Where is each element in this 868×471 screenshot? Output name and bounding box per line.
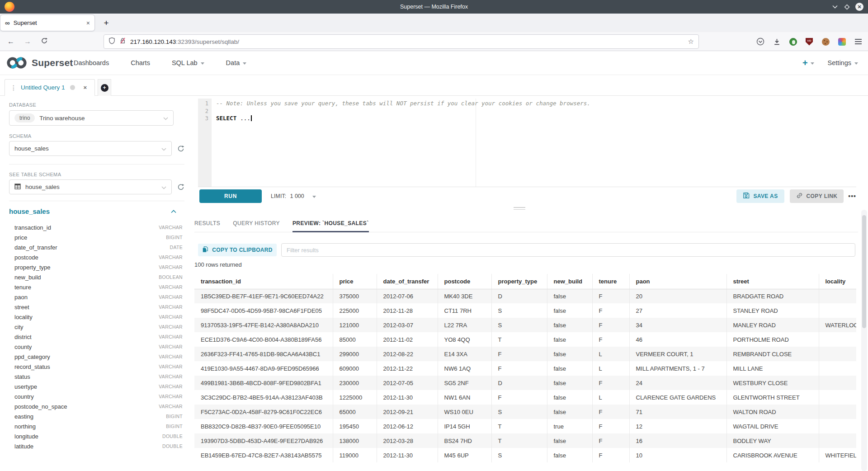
table-header-cell[interactable]: property_type — [491, 274, 547, 289]
chevron-up-icon[interactable] — [171, 210, 176, 213]
schema-column-row[interactable]: city VARCHAR — [9, 322, 184, 332]
cookie-extension-icon[interactable] — [821, 37, 830, 46]
table-header-cell[interactable]: paon — [629, 274, 726, 289]
schema-column-row[interactable]: easting BIGINT — [9, 411, 184, 421]
superset-brand[interactable]: Superset — [6, 51, 73, 75]
window-close-icon[interactable]: ✕ — [855, 3, 863, 11]
new-tab-button[interactable]: + — [99, 15, 114, 31]
copy-to-clipboard-button[interactable]: COPY TO CLIPBOARD — [198, 244, 277, 256]
scrollbar-thumb[interactable] — [862, 215, 866, 328]
schema-column-row[interactable]: transaction_id VARCHAR — [9, 222, 184, 232]
table-cell: CARISBROOK AVENUE — [726, 448, 819, 462]
pane-resize-handle[interactable] — [514, 207, 525, 210]
sql-editor[interactable]: 1 2 3 -- Note: Unless you save your quer… — [198, 99, 856, 187]
table-cell: 138000 — [333, 433, 377, 448]
results-scrollbar[interactable] — [861, 210, 867, 471]
schema-select[interactable]: house_sales — [9, 141, 172, 156]
table-cell: F — [592, 448, 629, 462]
url-bar[interactable]: 217.160.120.143:32393/superset/sqllab/ ☆ — [104, 34, 699, 49]
schema-column-row[interactable]: usertype VARCHAR — [9, 382, 184, 391]
schema-column-row[interactable]: price BIGINT — [9, 232, 184, 242]
reload-icon[interactable] — [39, 37, 50, 46]
line-number: 1 — [198, 100, 212, 108]
table-header-cell[interactable]: price — [333, 274, 377, 289]
schema-column-row[interactable]: record_status VARCHAR — [9, 362, 184, 372]
schema-column-row[interactable]: northing BIGINT — [9, 421, 184, 431]
schema-column-row[interactable]: locality VARCHAR — [9, 312, 184, 322]
browser-tab[interactable]: ∞ Superset × — [0, 14, 95, 31]
more-options-button[interactable]: ••• — [848, 193, 856, 200]
url-host: 217.160.120.143 — [130, 38, 176, 45]
tab-results[interactable]: RESULTS — [194, 214, 220, 232]
add-query-tab-button[interactable]: + — [98, 79, 111, 96]
nav-item-dashboards[interactable]: Dashboards — [74, 59, 109, 66]
table-schema-select[interactable]: house_sales — [9, 179, 172, 194]
window-minimize-icon[interactable] — [832, 4, 838, 10]
table-header-cell[interactable]: date_of_transfer — [377, 274, 438, 289]
refresh-schema-icon[interactable] — [177, 145, 184, 152]
table-cell: 375000 — [333, 289, 377, 303]
schema-column-row[interactable]: date_of_transfer DATE — [9, 242, 184, 252]
table-header-cell[interactable]: new_build — [547, 274, 592, 289]
table-header-cell[interactable]: tenure — [592, 274, 629, 289]
run-button[interactable]: RUN — [199, 189, 262, 203]
superset-favicon-icon: ∞ — [5, 19, 10, 26]
table-header-cell[interactable]: locality — [819, 274, 856, 289]
schema-column-row[interactable]: status VARCHAR — [9, 372, 184, 382]
save-as-button[interactable]: SAVE AS — [736, 189, 784, 203]
table-row: 1B5C39ED-BE7F-41EF-9E71-9C60EED74A223750… — [194, 289, 856, 303]
drag-handle-icon[interactable]: ⋮ — [10, 84, 17, 91]
nav-item-data[interactable]: Data — [226, 59, 247, 66]
table-header-cell[interactable]: postcode — [438, 274, 491, 289]
ublock-icon[interactable] — [805, 37, 814, 46]
schema-column-row[interactable]: ppd_category VARCHAR — [9, 352, 184, 362]
insecure-lock-icon[interactable] — [119, 37, 126, 46]
pocket-icon[interactable] — [756, 37, 765, 46]
table-cell: F — [592, 303, 629, 318]
chevron-down-icon — [811, 62, 814, 65]
shield-icon[interactable] — [108, 37, 115, 46]
privacy-badger-icon[interactable] — [788, 37, 797, 46]
copy-link-button[interactable]: COPY LINK — [790, 189, 844, 203]
schema-column-row[interactable]: county VARCHAR — [9, 342, 184, 352]
editor-code[interactable]: -- Note: Unless you save your query, the… — [216, 100, 856, 122]
schema-column-row[interactable]: postcode VARCHAR — [9, 252, 184, 262]
query-tab[interactable]: ⋮ Untitled Query 1 × — [5, 79, 95, 96]
nav-item-charts[interactable]: Charts — [131, 59, 150, 66]
column-type: BOOLEAN — [159, 274, 184, 280]
limit-dropdown[interactable]: LIMIT: 1 000 — [271, 193, 316, 199]
table-schema-header[interactable]: house_sales — [9, 207, 184, 215]
schema-column-row[interactable]: postcode_no_space VARCHAR — [9, 401, 184, 411]
table-header-cell[interactable]: transaction_id — [194, 274, 333, 289]
schema-column-row[interactable]: paon VARCHAR — [9, 292, 184, 302]
column-type: VARCHAR — [159, 364, 184, 369]
tab-close-icon[interactable]: × — [86, 19, 90, 27]
query-tab-close-icon[interactable]: × — [84, 84, 87, 91]
url-text[interactable]: 217.160.120.143:32393/superset/sqllab/ — [130, 38, 684, 45]
schema-column-row[interactable]: district VARCHAR — [9, 332, 184, 342]
schema-column-row[interactable]: latitude DOUBLE — [9, 441, 184, 451]
schema-column-row[interactable]: longitude DOUBLE — [9, 431, 184, 441]
table-cell: 3C3C29DC-B7B2-4BE5-914A-A38123AF403B — [194, 390, 333, 405]
back-icon[interactable]: ← — [5, 38, 16, 46]
extension-icon[interactable] — [837, 37, 846, 46]
schema-column-row[interactable]: tenure VARCHAR — [9, 282, 184, 292]
bookmark-star-icon[interactable]: ☆ — [688, 38, 694, 46]
refresh-table-icon[interactable] — [177, 184, 184, 191]
tab-preview-house-sales[interactable]: PREVIEW: `HOUSE_SALES` — [292, 214, 369, 232]
download-icon[interactable] — [772, 37, 781, 46]
forward-icon[interactable]: → — [22, 38, 33, 46]
schema-column-row[interactable]: new_build BOOLEAN — [9, 272, 184, 282]
settings-menu[interactable]: Settings — [828, 59, 858, 66]
table-header-cell[interactable]: street — [726, 274, 819, 289]
create-new-button[interactable]: + — [802, 58, 814, 67]
schema-column-row[interactable]: street VARCHAR — [9, 302, 184, 312]
schema-column-row[interactable]: country VARCHAR — [9, 391, 184, 401]
menu-hamburger-icon[interactable] — [854, 37, 863, 46]
window-maximize-icon[interactable] — [844, 4, 850, 10]
database-select[interactable]: trino Trino warehouse — [9, 110, 174, 126]
nav-item-sql-lab[interactable]: SQL Lab — [172, 59, 204, 66]
schema-column-row[interactable]: property_type VARCHAR — [9, 262, 184, 272]
filter-results-input[interactable] — [281, 243, 855, 257]
tab-query-history[interactable]: QUERY HISTORY — [233, 214, 280, 232]
